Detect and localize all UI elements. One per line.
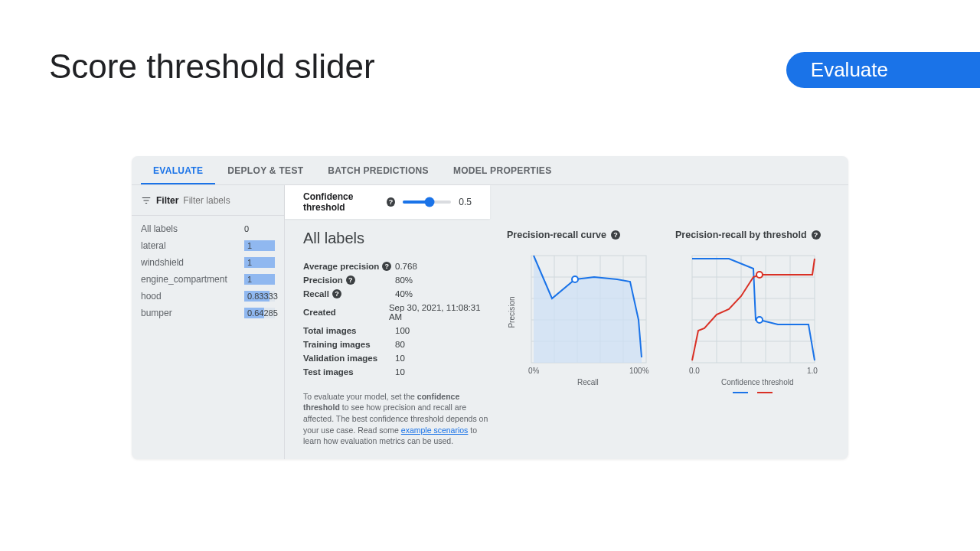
svg-text:Precision: Precision — [508, 296, 516, 328]
main-content: Confidence threshold ? 0.5 All labels Av… — [285, 185, 848, 459]
svg-text:Confidence threshold: Confidence threshold — [721, 378, 794, 386]
label-score-bar: 1 — [244, 274, 275, 285]
metric-key: Validation images — [303, 354, 395, 363]
evaluation-help-text: To evaluate your model, set the confiden… — [303, 391, 488, 447]
metric-row: Test images10 — [303, 365, 488, 379]
filter-input[interactable] — [183, 195, 244, 206]
metric-value: Sep 30, 2021, 11:08:31 AM — [389, 303, 488, 321]
example-scenarios-link[interactable]: example scenarios — [401, 425, 469, 435]
label-score-bar: 0.83333 — [244, 291, 275, 302]
label-name: bumper — [141, 308, 172, 318]
metric-value: 80 — [395, 340, 405, 349]
label-score-bar: 1 — [244, 240, 275, 251]
legend-precision — [733, 392, 748, 393]
metric-row: CreatedSep 30, 2021, 11:08:31 AM — [303, 301, 488, 324]
label-name: windshield — [141, 257, 184, 268]
svg-text:0.0: 0.0 — [689, 367, 700, 375]
metric-row: Recall?40% — [303, 287, 488, 301]
confidence-threshold-value: 0.5 — [459, 197, 472, 207]
tab-bar: EVALUATE DEPLOY & TEST BATCH PREDICTIONS… — [132, 156, 848, 185]
label-name: hood — [141, 291, 162, 302]
metric-value: 40% — [395, 289, 413, 298]
help-icon[interactable]: ? — [346, 276, 355, 285]
stage-badge: Evaluate — [786, 52, 980, 88]
tab-evaluate[interactable]: EVALUATE — [141, 156, 215, 184]
metric-key: Average precision? — [303, 262, 395, 271]
metric-key: Recall? — [303, 289, 395, 298]
label-score-bar: 1 — [244, 257, 275, 268]
metrics-title: All labels — [303, 230, 488, 247]
confidence-threshold-slider[interactable] — [403, 201, 452, 204]
precision-recall-curve-chart: Precision-recall curve ? — [507, 230, 662, 447]
confidence-threshold-control: Confidence threshold ? 0.5 — [285, 185, 490, 219]
slide-title: Score threshold slider — [49, 47, 375, 86]
svg-point-24 — [756, 272, 763, 278]
svg-text:Recall: Recall — [577, 378, 599, 386]
label-row[interactable]: All labels0 — [132, 220, 284, 237]
chart-title: Precision-recall curve — [507, 230, 606, 240]
labels-sidebar: Filter All labels0lateral1windshield1eng… — [132, 185, 285, 459]
metrics-column: All labels Average precision?0.768Precis… — [303, 230, 488, 447]
label-row[interactable]: engine_compartment1 — [132, 271, 284, 288]
help-icon[interactable]: ? — [382, 262, 391, 271]
metric-row: Training images80 — [303, 337, 488, 351]
filter-label: Filter — [156, 195, 178, 206]
label-name: lateral — [141, 240, 166, 251]
metric-value: 10 — [395, 367, 405, 377]
metric-key: Precision? — [303, 276, 395, 285]
metric-key: Training images — [303, 340, 395, 349]
chart-legend — [675, 392, 830, 393]
metric-value: 0.768 — [395, 262, 417, 271]
tab-deploy-test[interactable]: DEPLOY & TEST — [215, 156, 315, 184]
label-row[interactable]: hood0.83333 — [132, 288, 284, 305]
metric-key: Total images — [303, 326, 395, 335]
help-icon[interactable]: ? — [332, 289, 341, 298]
metric-value: 100 — [395, 326, 410, 335]
label-name: engine_compartment — [141, 274, 227, 285]
metric-row: Validation images10 — [303, 351, 488, 365]
help-icon[interactable]: ? — [611, 230, 620, 240]
metric-value: 80% — [395, 276, 413, 285]
evaluation-panel: EVALUATE DEPLOY & TEST BATCH PREDICTIONS… — [132, 156, 848, 459]
confidence-threshold-label: Confidence threshold — [303, 191, 382, 213]
help-icon[interactable]: ? — [812, 230, 821, 240]
precision-recall-by-threshold-chart: Precision-recall by threshold ? — [675, 230, 830, 447]
tab-batch-predictions[interactable]: BATCH PREDICTIONS — [315, 156, 441, 184]
svg-text:1.0: 1.0 — [807, 367, 818, 375]
slider-thumb[interactable] — [424, 197, 434, 207]
metric-key: Created — [303, 303, 389, 321]
label-row[interactable]: windshield1 — [132, 254, 284, 271]
label-row[interactable]: bumper0.64285 — [132, 305, 284, 321]
svg-text:100%: 100% — [629, 367, 649, 375]
svg-point-9 — [572, 276, 578, 282]
help-icon[interactable]: ? — [387, 197, 394, 207]
tab-model-properties[interactable]: MODEL PROPERTIES — [441, 156, 564, 184]
label-score-bar: 0 — [244, 223, 275, 234]
metric-key: Test images — [303, 367, 395, 377]
svg-point-23 — [756, 317, 763, 323]
metric-row: Total images100 — [303, 324, 488, 337]
chart-title: Precision-recall by threshold — [675, 230, 807, 240]
label-name: All labels — [141, 223, 178, 234]
label-row[interactable]: lateral1 — [132, 237, 284, 254]
metric-row: Precision?80% — [303, 273, 488, 287]
label-score-bar: 0.64285 — [244, 308, 275, 318]
metric-value: 10 — [395, 354, 405, 363]
legend-recall — [757, 392, 773, 393]
filter-icon — [141, 195, 152, 206]
metric-row: Average precision?0.768 — [303, 259, 488, 273]
svg-text:0%: 0% — [528, 367, 540, 375]
